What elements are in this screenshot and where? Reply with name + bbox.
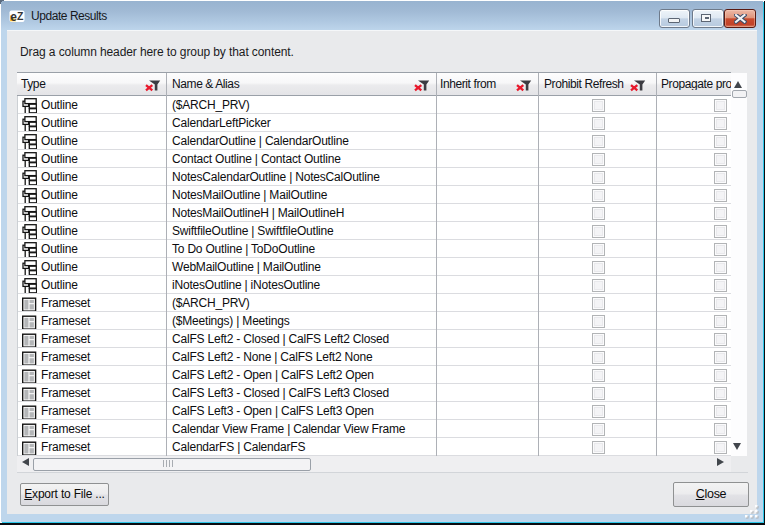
svg-text:Z: Z xyxy=(17,10,24,22)
